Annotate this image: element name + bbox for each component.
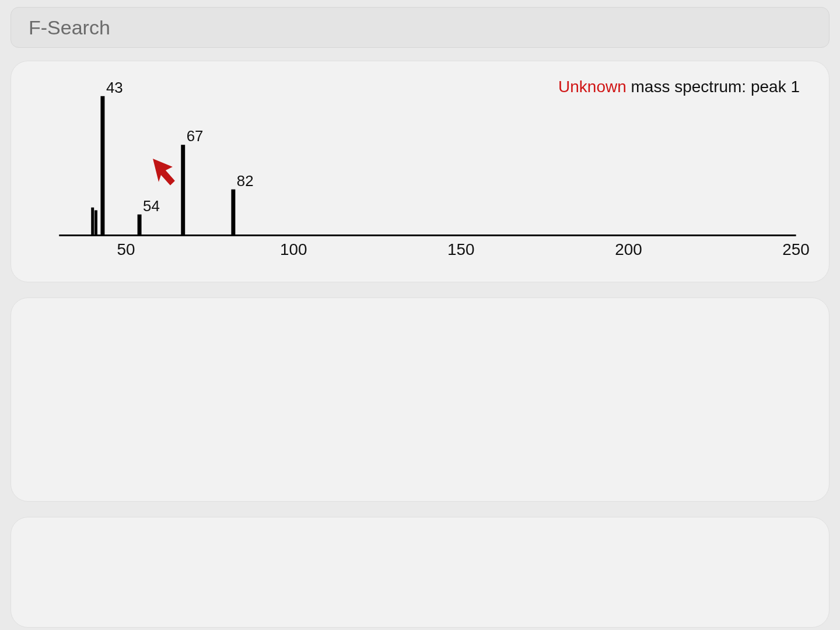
x-tick-label: 100 (280, 240, 307, 258)
x-tick-label: 200 (615, 240, 642, 258)
peak-label: 43 (106, 79, 123, 96)
results-panel (10, 298, 830, 502)
peak-label: 67 (187, 128, 204, 144)
peak-label: 82 (237, 173, 254, 189)
app-title: F-Search (29, 16, 110, 39)
detail-panel (10, 517, 830, 628)
cursor-arrow-icon (153, 159, 175, 186)
x-tick-label: 150 (447, 240, 474, 258)
header-bar: F-Search (10, 7, 830, 48)
app-root: F-Search Unknown mass spectrum: peak 1 5… (0, 0, 840, 630)
peak-label: 54 (143, 198, 160, 214)
x-tick-label: 250 (782, 240, 809, 258)
x-tick-label: 50 (117, 240, 135, 258)
spectrum-chart[interactable]: 5010015020025043546782 (11, 61, 829, 282)
spectrum-panel[interactable]: Unknown mass spectrum: peak 1 5010015020… (10, 61, 830, 282)
